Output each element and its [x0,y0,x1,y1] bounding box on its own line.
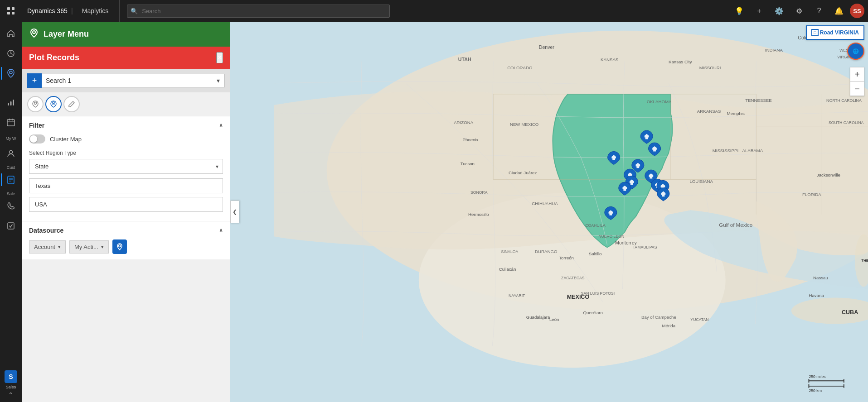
datasource-collapse-button[interactable]: ∧ [219,227,223,234]
search-dropdown-button[interactable]: ▾ [216,76,221,85]
left-sidebar: My W Cust Sale S Sales ⌃ [0,22,22,402]
svg-rect-1 [12,7,15,10]
account-label: Account [34,244,55,250]
sidebar-item-records[interactable] [1,170,21,190]
sidebar-item-reports[interactable] [1,216,21,236]
svg-point-12 [10,150,13,153]
search-field[interactable] [46,77,216,84]
svg-text:OKLAHOMA: OKLAHOMA [647,99,672,104]
layer-menu-location-icon [29,28,39,40]
tool-icons-row [22,92,230,116]
draw-tool[interactable] [63,96,80,112]
person-pin-tool[interactable] [45,96,62,112]
activity-dropdown[interactable]: My Acti... ▾ [69,240,109,254]
filter-section: Filter ∧ Cluster Map Select Region Type … [22,116,230,221]
svg-text:SOUTH CAROLINA: SOUTH CAROLINA [829,120,863,125]
virginia-label: VIRGINIA [835,29,859,36]
search-input[interactable] [127,5,390,18]
location-pin-tool[interactable] [27,96,44,112]
plot-records-section: Plot Records × [22,47,230,69]
country-value-input[interactable] [29,197,223,212]
svg-text:Culiacán: Culiacán [499,267,516,272]
svg-text:ARIZONA: ARIZONA [454,120,473,125]
svg-rect-9 [7,120,15,126]
datasource-label: Datasource [29,227,63,234]
svg-text:MISSOURI: MISSOURI [699,65,721,70]
svg-text:Saltillo: Saltillo [589,251,601,256]
map-area[interactable]: Gulf of Mexico Denver UTAH COLORADO KANS… [230,22,868,402]
sidebar-item-person[interactable] [1,144,21,163]
road-view-button[interactable]: □ Road VIRGINIA [806,25,864,40]
sidebar-label-cust: Cust [7,165,15,170]
svg-text:León: León [549,317,559,322]
search-icon: 🔍 [131,8,138,14]
user-avatar[interactable]: SS [850,4,864,18]
svg-text:Tucson: Tucson [461,161,475,166]
sidebar-item-phone[interactable] [1,196,21,216]
sidebar-item-calendar[interactable] [1,112,21,132]
svg-text:Jacksonville: Jacksonville [817,172,840,177]
main-area: My W Cust Sale S Sales ⌃ Layer Menu [0,22,868,402]
datasource-pin-button[interactable] [112,239,127,254]
account-chevron: ▾ [58,244,61,250]
svg-text:SINALOA: SINALOA [501,249,519,254]
region-value-input[interactable] [29,178,223,193]
sidebar-bottom-chevron[interactable]: ⌃ [8,391,14,398]
svg-rect-7 [10,101,12,105]
search-add-button[interactable]: + [27,73,42,88]
layer-menu-header: Layer Menu [22,22,230,47]
account-dropdown[interactable]: Account ▾ [29,240,66,254]
map-controls-top-right: □ Road VIRGINIA 🌐 [806,25,864,60]
region-type-label: Select Region Type [29,150,223,156]
search-input-wrap: ▾ [42,74,225,87]
sidebar-item-charts[interactable] [1,92,21,112]
filter-icon-button[interactable]: ⚙️ [770,2,788,20]
cluster-map-label: Cluster Map [50,136,82,143]
zoom-in-button[interactable]: + [850,67,864,81]
globe-view-button[interactable]: 🌐 [847,43,864,60]
notification-icon-button[interactable]: 🔔 [830,2,848,20]
svg-text:Guadalajara: Guadalajara [526,315,550,320]
svg-rect-8 [13,100,14,105]
filter-collapse-button[interactable]: ∧ [219,122,223,129]
lightbulb-icon-button[interactable]: 💡 [730,2,748,20]
plot-records-close-button[interactable]: × [216,52,223,63]
svg-text:Mérida: Mérida [662,323,676,328]
toggle-thumb [30,135,37,143]
sidebar-bottom-s-icon[interactable]: S [5,370,17,383]
filter-label: Filter [29,122,44,129]
zoom-out-button[interactable]: − [850,81,864,96]
cluster-map-toggle[interactable] [29,134,45,144]
svg-text:LOUISIANA: LOUISIANA [689,179,713,184]
svg-text:TENNESSEE: TENNESSEE [745,98,772,103]
svg-rect-0 [7,7,10,10]
apps-grid-button[interactable] [0,0,22,22]
road-icon: □ [811,29,819,36]
search-bar-row: + ▾ [22,69,230,92]
global-search: 🔍 [127,5,390,18]
plus-icon-button[interactable]: ＋ [750,2,768,20]
sidebar-item-recent[interactable] [1,43,21,63]
svg-point-19 [34,102,37,105]
topbar-actions: 💡 ＋ ⚙️ ⚙ ? 🔔 SS [730,2,868,20]
region-type-select[interactable]: State County City Zip Code [29,159,223,174]
svg-text:CHIHUAHUA: CHIHUAHUA [532,201,558,206]
collapse-panel-button[interactable]: ❮ [230,201,239,223]
cluster-map-toggle-row: Cluster Map [29,134,223,144]
svg-text:Hermosillo: Hermosillo [468,212,489,217]
svg-rect-2 [7,12,10,14]
svg-text:NAYARIT: NAYARIT [509,293,525,298]
help-icon-button[interactable]: ? [810,2,828,20]
svg-text:Memphis: Memphis [727,111,745,116]
sidebar-item-map[interactable] [1,63,21,83]
svg-text:ZACATECAS: ZACATECAS [561,276,585,280]
datasource-row: Account ▾ My Acti... ▾ [29,239,223,254]
topbar: Dynamics 365 | Maplytics 🔍 💡 ＋ ⚙️ ⚙ ? 🔔 … [0,0,868,22]
sidebar-bottom-label: Sales [6,385,16,389]
sidebar-item-home[interactable] [1,24,21,43]
svg-text:DURANGO: DURANGO [535,249,558,254]
app-name: Maplytics [77,7,114,14]
plot-records-header: Plot Records × [22,47,230,69]
settings-icon-button[interactable]: ⚙ [790,2,808,20]
svg-text:NORTH CAROLINA: NORTH CAROLINA [826,98,862,103]
